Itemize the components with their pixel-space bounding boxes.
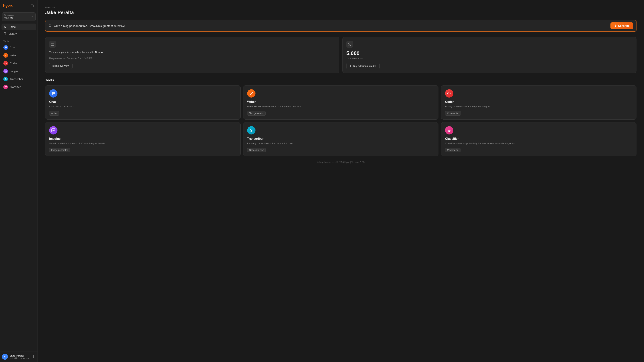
tool-card-desc-imagine: Visualize what you dream of. Create imag… (49, 142, 237, 145)
buy-credits-label: Buy additional credits (353, 65, 376, 67)
tool-tag-coder: Code writer (445, 111, 461, 116)
billing-overview-button[interactable]: Billing overview (49, 63, 72, 69)
billing-overview-label: Billing overview (52, 64, 69, 67)
chat-sidebar-icon (4, 45, 8, 50)
nav-library-label: Library (9, 32, 17, 35)
sidebar-item-classifier[interactable]: Classifier (2, 83, 36, 91)
classifier-sidebar-icon (4, 85, 8, 89)
credits-label: Total credits left (346, 57, 632, 60)
svg-point-9 (33, 356, 34, 357)
library-icon (4, 32, 7, 35)
nav-home[interactable]: Home (2, 23, 36, 30)
tool-card-chat[interactable]: Chat Chat with AI assistants AI bot (45, 85, 240, 120)
nav-home-label: Home (9, 25, 16, 28)
user-more-button[interactable] (31, 354, 36, 359)
sidebar-item-chat[interactable]: Chat (2, 43, 36, 51)
search-icon (48, 24, 52, 27)
tool-card-name-transcriber: Transcriber (247, 137, 435, 140)
sparkle-small-icon (350, 65, 352, 67)
nav-library[interactable]: Library (2, 30, 36, 37)
generate-label: Generate (618, 24, 630, 27)
avatar: JP (2, 354, 8, 360)
tool-tag-classifier: Moderation (445, 148, 460, 152)
tool-card-imagine[interactable]: Imagine Visualize what you dream of. Cre… (45, 122, 240, 156)
generate-button[interactable]: Generate (610, 22, 633, 29)
search-bar: Generate (45, 20, 636, 32)
classifier-card-icon (445, 126, 453, 134)
tool-card-desc-transcriber: Instantly transcribe spoken words into t… (247, 142, 435, 145)
sidebar-item-transcriber[interactable]: Transcriber (2, 75, 36, 83)
sidebar-toggle-button[interactable] (30, 3, 34, 8)
svg-point-8 (33, 355, 34, 356)
tool-card-name-writer: Writer (247, 100, 435, 104)
tools-grid: Chat Chat with AI assistants AI bot Writ… (45, 85, 636, 156)
sidebar: hyve. Workspace The 99 Home (0, 0, 38, 362)
renewal-text: Usage renews at December 6 at 12:46 PM (49, 57, 336, 60)
sidebar-item-imagine[interactable]: Imagine (2, 67, 36, 75)
imagine-card-icon (49, 126, 58, 134)
writer-sidebar-icon (4, 53, 8, 58)
transcriber-card-icon (247, 126, 256, 134)
credits-count: 5,000 (346, 50, 632, 56)
tool-tag-imagine: Image generator (49, 148, 70, 152)
tool-card-name-classifier: Classifier (445, 137, 632, 140)
chevron-down-icon (30, 16, 33, 18)
sidebar-item-label-imagine: Imagine (10, 70, 19, 73)
svg-rect-0 (31, 5, 33, 7)
tool-card-name-coder: Coder (445, 100, 632, 104)
svg-rect-2 (4, 32, 5, 35)
tool-card-name-chat: Chat (49, 100, 237, 104)
user-info: Jake Peralta hello@hyvegroup.co (10, 354, 29, 359)
main-nav: Home Library (0, 23, 38, 37)
sidebar-item-coder[interactable]: Coder (2, 59, 36, 67)
chat-card-icon (49, 89, 58, 98)
search-input[interactable] (54, 24, 608, 27)
svg-point-21 (250, 129, 252, 130)
svg-rect-18 (52, 92, 55, 94)
user-name: Jake Peralta (10, 354, 29, 357)
tool-card-writer[interactable]: Writer Write SEO optimized blogs, sales … (243, 85, 439, 120)
tool-card-desc-coder: Ready to write code at the speed of ligh… (445, 105, 632, 108)
svg-point-6 (5, 78, 6, 79)
coder-sidebar-icon (4, 61, 8, 65)
tool-card-name-imagine: Imagine (49, 137, 237, 140)
workspace-name: The 99 (4, 16, 14, 19)
tools-sidebar-section-label: Tools (0, 37, 38, 43)
svg-rect-13 (51, 43, 54, 45)
tools-section-label: Tools (45, 78, 636, 82)
tool-card-desc-writer: Write SEO optimized blogs, sales emails … (247, 105, 435, 108)
tool-card-desc-classifier: Classify content as potentially harmful … (445, 142, 632, 145)
workspace-selector[interactable]: Workspace The 99 (2, 12, 36, 21)
svg-line-12 (51, 26, 52, 27)
tool-tag-chat: AI bot (49, 111, 59, 116)
svg-point-10 (33, 357, 34, 358)
tool-card-transcriber[interactable]: Transcriber Instantly transcribe spoken … (243, 122, 439, 156)
footer: All rights reserved. © 2024 Hyve | Versi… (45, 161, 636, 166)
app-logo: hyve. (3, 3, 12, 8)
tool-card-desc-chat: Chat with AI assistants (49, 105, 237, 108)
svg-point-11 (49, 25, 51, 27)
workspace-label: Workspace (4, 14, 14, 16)
sidebar-item-label-chat: Chat (10, 46, 16, 49)
tool-card-coder[interactable]: Coder Ready to write code at the speed o… (441, 85, 636, 120)
svg-text:T: T (349, 43, 350, 45)
sparkle-icon (614, 24, 617, 27)
tool-tag-writer: Text generator (247, 111, 266, 116)
welcome-name: Jake Peralta (45, 9, 636, 15)
home-icon (4, 25, 7, 29)
main-content: Welcome Jake Peralta Generate (38, 0, 644, 362)
svg-point-20 (54, 129, 54, 130)
credits-card: T 5,000 Total credits left Buy additiona… (342, 37, 636, 73)
tools-nav: Chat Writer Coder Imagine Transcriber (0, 43, 38, 91)
credits-icon: T (346, 41, 353, 48)
logo-area: hyve. (0, 0, 38, 12)
sidebar-item-label-writer: Writer (10, 54, 17, 57)
sidebar-item-label-coder: Coder (10, 62, 17, 65)
subscription-card: Your workspace is currently subscribed t… (45, 37, 339, 73)
sidebar-item-writer[interactable]: Writer (2, 51, 36, 59)
tool-card-classifier[interactable]: Classifier Classify content as potential… (441, 122, 636, 156)
buy-credits-button[interactable]: Buy additional credits (346, 63, 380, 69)
imagine-sidebar-icon (4, 69, 8, 73)
coder-card-icon (445, 89, 453, 98)
plan-name: Creator (95, 51, 104, 53)
